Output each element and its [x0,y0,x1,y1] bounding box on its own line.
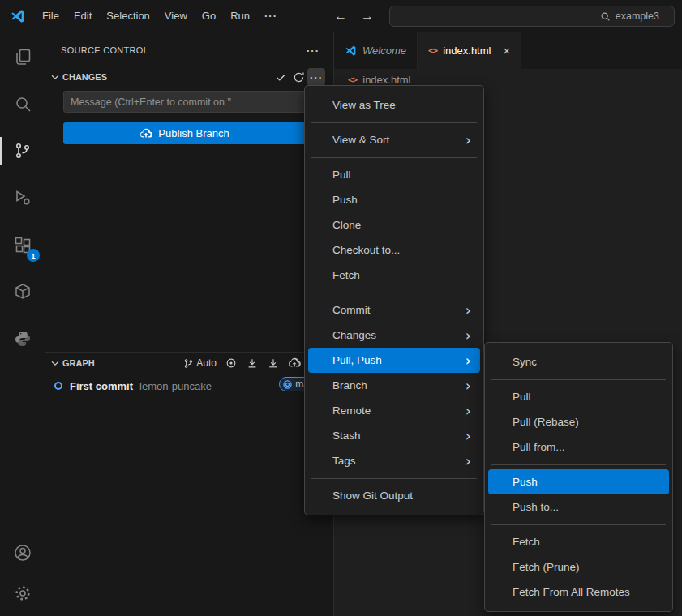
graph-section-header[interactable]: GRAPH Auto [45,354,332,372]
sidebar-item-source-control[interactable] [0,130,45,172]
html-file-icon: <> [428,45,437,56]
menu-item-label: Push to... [513,501,662,513]
menu-item-label: Stash [332,430,465,442]
title-bar: FileEditSelectionViewGoRun ··· ← → examp… [0,0,682,32]
publish-cloud-icon-button[interactable] [285,354,303,372]
menu-bar: FileEditSelectionViewGoRun [35,6,257,26]
changes-section-header[interactable]: CHANGES ··· [45,68,333,86]
search-icon [13,94,32,113]
commit-check-button[interactable] [272,68,290,86]
container-box-icon [13,282,32,302]
forward-button[interactable]: → [361,9,374,24]
submenu-item-fetch-from-all-remotes[interactable]: Fetch From All Remotes [488,580,669,605]
menu-item-label: Pull (Rebase) [513,416,662,428]
submenu-item-pull-from[interactable]: Pull from... [488,434,669,460]
submenu-item-sync[interactable]: Sync [488,349,669,374]
changes-section-label: CHANGES [62,72,107,82]
menubar-item-go[interactable]: Go [195,6,223,26]
graph-auto-button[interactable]: Auto [181,356,219,370]
source-control-sidebar: SOURCE CONTROL ··· CHANGES ··· Publish B… [45,32,334,616]
menu-item-label: Pull, Push [332,354,465,366]
context-menu-item-fetch[interactable]: Fetch [308,263,480,288]
breadcrumb-file-name: index.html [362,74,410,86]
menu-separator [491,524,666,525]
context-menu-item-pull[interactable]: Pull [308,162,480,187]
sidebar-item-explorer[interactable] [0,36,45,78]
context-menu-item-show-git-output[interactable]: Show Git Output [308,483,480,508]
source-control-context-menu: View as TreeView & Sort›PullPushCloneChe… [304,85,484,515]
submenu-chevron-icon: › [465,379,471,393]
tab-welcome[interactable]: Welcome [334,32,418,69]
menu-item-label: Sync [513,356,662,368]
submenu-item-pull-rebase[interactable]: Pull (Rebase) [488,409,669,434]
sidebar-item-extensions[interactable]: 1 [0,224,45,266]
menu-item-label: Fetch From All Remotes [513,586,662,598]
run-debug-icon [13,188,32,207]
context-menu-item-commit[interactable]: Commit› [308,297,480,323]
context-menu-item-clone[interactable]: Clone [308,212,480,237]
menubar-item-view[interactable]: View [157,6,195,26]
menu-item-label: Push [332,194,473,206]
submenu-chevron-icon: › [465,404,471,418]
sidebar-item-search[interactable] [0,83,45,125]
context-menu-item-stash[interactable]: Stash› [308,423,480,448]
context-menu-item-view-as-tree[interactable]: View as Tree [308,92,480,118]
back-button[interactable]: ← [334,9,347,24]
pull-icon-button[interactable] [264,354,282,372]
vscode-logo-icon [345,45,357,57]
search-icon [600,11,611,22]
menubar-item-run[interactable]: Run [223,6,257,26]
sidebar-item-containers[interactable] [0,271,45,313]
graph-commit-row[interactable]: First commit lemon-puncake mas [45,375,332,396]
extensions-badge: 1 [27,249,40,262]
command-center-search[interactable]: example3 [389,6,675,27]
tab-index-html[interactable]: <>index.html× [418,32,521,69]
context-menu-item-view-sort[interactable]: View & Sort› [308,127,480,152]
sidebar-title: SOURCE CONTROL [61,45,148,55]
menubar-item-file[interactable]: File [35,6,66,26]
graph-section: GRAPH Auto [45,352,332,396]
fetch-icon-button[interactable] [243,354,261,372]
publish-branch-button[interactable]: Publish Branch [63,122,306,144]
context-menu-item-remote[interactable]: Remote› [308,398,480,423]
explorer-icon [13,47,32,66]
sidebar-item-run-debug[interactable] [0,177,45,219]
menubar-item-edit[interactable]: Edit [66,6,99,26]
activity-bar: 1 [0,32,45,616]
menu-item-label: Pull from... [513,441,662,453]
python-icon [13,329,32,349]
submenu-chevron-icon: › [465,328,471,343]
refresh-button[interactable] [290,68,307,86]
close-icon[interactable]: × [503,45,510,57]
context-menu-item-changes[interactable]: Changes› [308,323,480,348]
graph-section-label: GRAPH [62,358,95,368]
menubar-more-button[interactable]: ··· [257,6,285,26]
menu-item-label: Push [513,476,662,488]
menu-item-label: View as Tree [332,99,473,111]
menu-item-label: Changes [332,329,465,341]
target-icon-button[interactable] [222,354,240,372]
context-menu-item-checkout-to[interactable]: Checkout to... [308,237,480,263]
account-button[interactable] [0,533,45,572]
context-menu-item-pull-push[interactable]: Pull, Push› [308,348,480,373]
submenu-item-pull[interactable]: Pull [488,384,669,409]
menu-item-label: Pull [332,169,473,181]
changes-more-actions-button[interactable]: ··· [307,68,325,86]
context-menu-item-branch[interactable]: Branch› [308,373,480,398]
menu-item-label: Fetch [513,536,662,548]
menu-separator [311,293,477,293]
submenu-item-push[interactable]: Push [488,469,669,494]
graph-auto-label: Auto [196,357,217,369]
sidebar-more-actions-button[interactable]: ··· [304,41,322,59]
menubar-item-selection[interactable]: Selection [99,6,157,26]
submenu-item-fetch[interactable]: Fetch [488,529,669,554]
publish-branch-label: Publish Branch [158,127,229,139]
submenu-item-push-to[interactable]: Push to... [488,494,669,520]
sidebar-item-python[interactable] [0,318,45,360]
context-menu-item-push[interactable]: Push [308,187,480,212]
commit-message-input[interactable] [63,91,306,113]
settings-button[interactable] [0,574,45,613]
context-menu-item-tags[interactable]: Tags› [308,448,480,473]
submenu-item-fetch-prune[interactable]: Fetch (Prune) [488,554,669,580]
menu-separator [491,379,666,380]
